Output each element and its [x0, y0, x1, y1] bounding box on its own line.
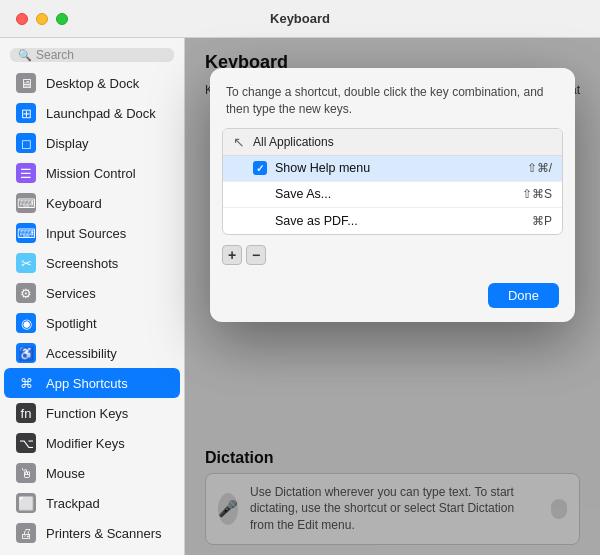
- printer-icon: 🖨: [16, 523, 36, 543]
- save-as-label: Save As...: [275, 187, 514, 201]
- sidebar-item-app-shortcuts[interactable]: ⌘App Shortcuts: [4, 368, 180, 398]
- sidebar-item-screenshots[interactable]: ✂Screenshots: [4, 248, 180, 278]
- trackpad-icon: ⬜: [16, 493, 36, 513]
- display-icon: ◻: [16, 133, 36, 153]
- main-layout: 🔍 Search 🖥Desktop & Dock⊞Launchpad & Doc…: [0, 38, 600, 555]
- app-shortcuts-icon: ⌘: [16, 373, 36, 393]
- accessibility-label: Accessibility: [46, 346, 117, 361]
- spotlight-icon: ◉: [16, 313, 36, 333]
- keyboard-label: Keyboard: [46, 196, 102, 211]
- screenshots-icon: ✂: [16, 253, 36, 273]
- shortcut-row-save-pdf[interactable]: Save as PDF... ⌘P: [223, 208, 562, 234]
- mission-control-label: Mission Control: [46, 166, 136, 181]
- sidebar-item-trackpad[interactable]: ⬜ Trackpad: [4, 488, 180, 518]
- sidebar-item-launchpad-dock[interactable]: ⊞Launchpad & Dock: [4, 98, 180, 128]
- mouse-icon: 🖱: [16, 463, 36, 483]
- save-pdf-shortcut: ⌘P: [532, 214, 552, 228]
- save-pdf-label: Save as PDF...: [275, 214, 524, 228]
- sidebar: 🔍 Search 🖥Desktop & Dock⊞Launchpad & Doc…: [0, 38, 185, 555]
- traffic-lights: [16, 13, 68, 25]
- search-icon: 🔍: [18, 49, 32, 62]
- title-bar: Keyboard: [0, 0, 600, 38]
- search-box[interactable]: 🔍 Search: [10, 48, 174, 62]
- sidebar-item-accessibility[interactable]: ♿Accessibility: [4, 338, 180, 368]
- modal-info-text: To change a shortcut, double click the k…: [210, 68, 575, 128]
- sidebar-items-container: 🖥Desktop & Dock⊞Launchpad & Dock◻Display…: [0, 68, 184, 458]
- sidebar-item-mission-control[interactable]: ☰Mission Control: [4, 158, 180, 188]
- sidebar-item-function-keys[interactable]: fnFunction Keys: [4, 398, 180, 428]
- function-keys-icon: fn: [16, 403, 36, 423]
- sidebar-item-display[interactable]: ◻Display: [4, 128, 180, 158]
- show-help-shortcut: ⇧⌘/: [527, 161, 552, 175]
- modal-section-header: ↖ All Applications: [223, 129, 562, 156]
- shortcut-row-save-as[interactable]: Save As... ⇧⌘S: [223, 182, 562, 208]
- sidebar-item-services[interactable]: ⚙Services: [4, 278, 180, 308]
- modifier-keys-label: Modifier Keys: [46, 436, 125, 451]
- input-sources-label: Input Sources: [46, 226, 126, 241]
- app-shortcuts-label: App Shortcuts: [46, 376, 128, 391]
- remove-shortcut-button[interactable]: −: [246, 245, 266, 265]
- save-as-shortcut: ⇧⌘S: [522, 187, 552, 201]
- services-label: Services: [46, 286, 96, 301]
- display-label: Display: [46, 136, 89, 151]
- sidebar-item-desktop-dock[interactable]: 🖥Desktop & Dock: [4, 68, 180, 98]
- minimize-button[interactable]: [36, 13, 48, 25]
- sidebar-item-keyboard[interactable]: ⌨Keyboard: [4, 188, 180, 218]
- spotlight-label: Spotlight: [46, 316, 97, 331]
- accessibility-icon: ♿: [16, 343, 36, 363]
- modal-shortcuts-table: ↖ All Applications ✓ Show Help menu ⇧⌘/ …: [222, 128, 563, 235]
- modifier-keys-icon: ⌥: [16, 433, 36, 453]
- services-icon: ⚙: [16, 283, 36, 303]
- modal-overlay: To change a shortcut, double click the k…: [185, 38, 600, 555]
- keyboard-icon: ⌨: [16, 193, 36, 213]
- sidebar-item-modifier-keys[interactable]: ⌥Modifier Keys: [4, 428, 180, 458]
- modal-dialog: To change a shortcut, double click the k…: [210, 68, 575, 322]
- content-area: Keyboard Key repeat rate Delay until rep…: [185, 38, 600, 555]
- close-button[interactable]: [16, 13, 28, 25]
- window-title: Keyboard: [270, 11, 330, 26]
- sidebar-item-mouse[interactable]: 🖱 Mouse: [4, 458, 180, 488]
- desktop-dock-icon: 🖥: [16, 73, 36, 93]
- shortcut-row-show-help[interactable]: ✓ Show Help menu ⇧⌘/: [223, 156, 562, 182]
- show-help-label: Show Help menu: [275, 161, 519, 175]
- sidebar-item-spotlight[interactable]: ◉Spotlight: [4, 308, 180, 338]
- input-sources-icon: ⌨: [16, 223, 36, 243]
- checkmark-icon: ✓: [256, 163, 264, 174]
- show-help-checkbox[interactable]: ✓: [253, 161, 267, 175]
- bottom-sidebar: 🖱 Mouse ⬜ Trackpad 🖨 Printers & Scanners: [0, 458, 184, 555]
- sidebar-item-input-sources[interactable]: ⌨Input Sources: [4, 218, 180, 248]
- done-button[interactable]: Done: [488, 283, 559, 308]
- cursor-icon: ↖: [233, 134, 245, 150]
- search-placeholder: Search: [36, 48, 74, 62]
- mission-control-icon: ☰: [16, 163, 36, 183]
- screenshots-label: Screenshots: [46, 256, 118, 271]
- launchpad-dock-icon: ⊞: [16, 103, 36, 123]
- modal-section-label: All Applications: [253, 135, 334, 149]
- maximize-button[interactable]: [56, 13, 68, 25]
- function-keys-label: Function Keys: [46, 406, 128, 421]
- sidebar-item-printers[interactable]: 🖨 Printers & Scanners: [4, 518, 180, 548]
- add-shortcut-button[interactable]: +: [222, 245, 242, 265]
- desktop-dock-label: Desktop & Dock: [46, 76, 139, 91]
- modal-footer: Done: [210, 275, 575, 322]
- launchpad-dock-label: Launchpad & Dock: [46, 106, 156, 121]
- modal-toolbar: + −: [210, 243, 575, 275]
